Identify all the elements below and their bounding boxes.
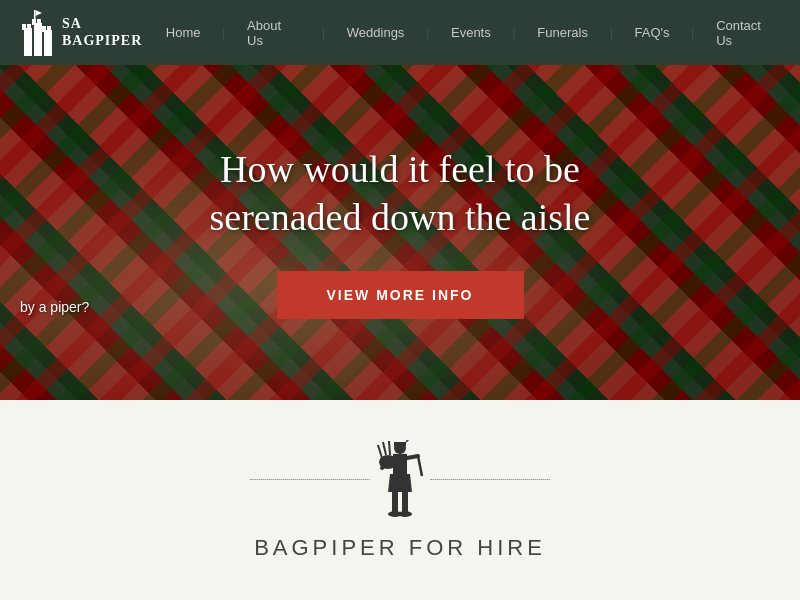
nav-sep-2: | xyxy=(322,25,325,41)
svg-line-25 xyxy=(389,441,390,455)
svg-rect-12 xyxy=(394,442,406,446)
hero-title-line1: How would it feel to be xyxy=(220,148,580,190)
section-title: BAGPIPER FOR HIRE xyxy=(254,535,546,561)
hero-section: How would it feel to be serenaded down t… xyxy=(0,65,800,400)
bagpiper-silhouette xyxy=(370,440,430,520)
bagpiper-svg xyxy=(370,440,430,520)
lower-section: BAGPIPER FOR HIRE xyxy=(0,400,800,600)
svg-rect-7 xyxy=(42,26,46,32)
nav-weddings[interactable]: Weddings xyxy=(347,25,405,40)
nav-about[interactable]: About Us xyxy=(247,18,300,48)
svg-rect-16 xyxy=(392,492,398,514)
nav-home[interactable]: Home xyxy=(166,25,201,40)
logo-icon xyxy=(20,8,56,58)
svg-rect-6 xyxy=(37,19,41,25)
svg-line-24 xyxy=(383,442,386,455)
cta-button[interactable]: VIEW MORE INFO xyxy=(277,271,524,319)
nav-sep-5: | xyxy=(610,25,613,41)
svg-line-23 xyxy=(378,445,382,458)
svg-line-26 xyxy=(418,456,422,476)
nav-sep-6: | xyxy=(692,25,695,41)
divider-left xyxy=(250,479,370,480)
nav-faqs[interactable]: FAQ's xyxy=(635,25,670,40)
svg-rect-1 xyxy=(34,23,42,56)
hero-title: How would it feel to be serenaded down t… xyxy=(210,146,591,241)
logo[interactable]: SA BAGPIPER xyxy=(20,8,166,58)
nav-sep-4: | xyxy=(513,25,516,41)
svg-rect-17 xyxy=(402,492,408,514)
nav-sep-1: | xyxy=(222,25,225,41)
nav-events[interactable]: Events xyxy=(451,25,491,40)
svg-marker-15 xyxy=(388,474,412,492)
nav-links: Home | About Us | Weddings | Events | Fu… xyxy=(166,18,780,48)
navbar: SA BAGPIPER Home | About Us | Weddings |… xyxy=(0,0,800,65)
hero-title-line2: serenaded down the aisle xyxy=(210,196,591,238)
nav-funerals[interactable]: Funerals xyxy=(537,25,588,40)
svg-rect-0 xyxy=(24,28,32,56)
divider-right xyxy=(430,479,550,480)
hero-content: How would it feel to be serenaded down t… xyxy=(0,65,800,400)
svg-rect-3 xyxy=(22,24,26,30)
svg-line-21 xyxy=(407,456,418,458)
svg-rect-8 xyxy=(47,26,51,32)
svg-rect-2 xyxy=(44,30,52,56)
bagpiper-figure xyxy=(250,440,550,520)
svg-rect-4 xyxy=(27,24,31,30)
svg-point-19 xyxy=(398,511,412,517)
svg-line-13 xyxy=(406,440,410,442)
nav-contact[interactable]: Contact Us xyxy=(716,18,780,48)
nav-sep-3: | xyxy=(426,25,429,41)
svg-rect-9 xyxy=(34,10,35,22)
logo-text: SA BAGPIPER xyxy=(62,16,166,50)
svg-marker-10 xyxy=(35,10,41,16)
